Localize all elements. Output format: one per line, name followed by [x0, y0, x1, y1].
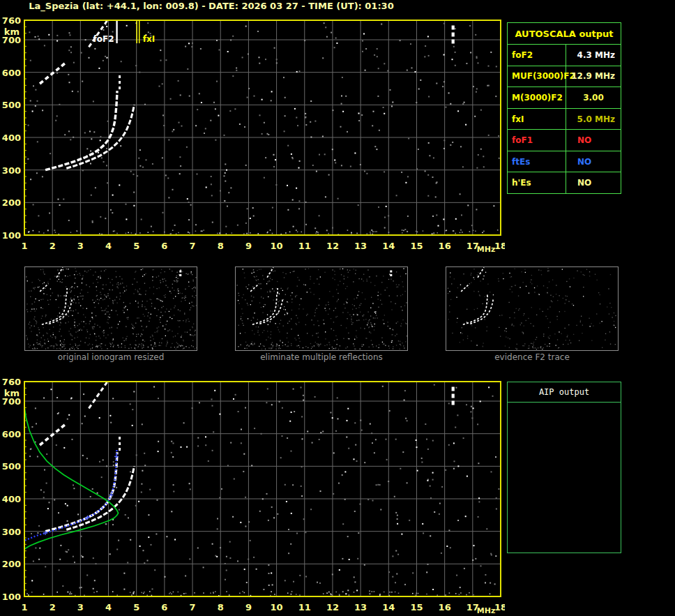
svg-text:500: 500: [2, 100, 21, 110]
svg-text:760: 760: [2, 15, 21, 26]
svg-text:400: 400: [2, 494, 21, 504]
svg-text:100: 100: [2, 230, 21, 241]
autoscala-param-label: M(3000)F2: [508, 87, 566, 108]
svg-text:6: 6: [161, 241, 167, 251]
svg-text:2: 2: [50, 602, 56, 613]
svg-text:3: 3: [77, 602, 84, 613]
svg-text:11: 11: [298, 241, 311, 251]
autoscala-row-fof1: foF1NO: [508, 130, 621, 151]
autoscala-param-value: NO: [566, 130, 621, 151]
thumbnail-original-ionogram: [24, 266, 197, 351]
autoscala-param-value: 5.0 MHz: [566, 109, 621, 130]
svg-text:4: 4: [105, 602, 112, 613]
svg-text:100: 100: [2, 592, 21, 602]
autoscala-param-value: 3.00: [566, 87, 621, 108]
svg-text:1: 1: [21, 602, 27, 613]
svg-text:km: km: [4, 27, 20, 37]
aip-output-table: AIP output: [507, 382, 621, 553]
bottom-ionogram-chart: 123456789101112131415161718MHz7607006005…: [0, 375, 505, 616]
autoscala-param-label: ftEs: [508, 151, 566, 172]
svg-text:4: 4: [105, 241, 112, 251]
svg-text:12: 12: [326, 602, 339, 613]
thumbnail-caption-eliminate: eliminate multiple reflections: [235, 352, 408, 362]
aip-table-title: AIP output: [508, 382, 621, 403]
svg-text:760: 760: [2, 377, 21, 387]
autoscala-param-label: foF2: [508, 45, 566, 66]
autoscala-app-screen: La_Spezia (lat: +44.1, lon: 009.8) - DAT…: [0, 0, 675, 616]
autoscala-param-label: fxI: [508, 109, 566, 130]
svg-text:16: 16: [439, 241, 451, 251]
svg-text:18: 18: [494, 241, 505, 251]
page-title: La_Spezia (lat: +44.1, lon: 009.8) - DAT…: [0, 1, 423, 11]
autoscala-param-value: 4.3 MHz: [566, 45, 621, 66]
svg-text:1: 1: [21, 241, 27, 251]
svg-text:MHz: MHz: [477, 606, 496, 615]
svg-text:600: 600: [2, 429, 21, 440]
svg-text:13: 13: [354, 602, 367, 613]
svg-text:9: 9: [245, 602, 252, 613]
svg-text:5: 5: [133, 241, 139, 251]
svg-text:8: 8: [218, 241, 224, 251]
svg-text:8: 8: [218, 602, 224, 613]
top-ionogram-chart: foF2fxI123456789101112131415161718MHz760…: [0, 14, 505, 255]
svg-text:9: 9: [245, 241, 252, 251]
autoscala-row-fof2: foF24.3 MHz: [508, 45, 621, 66]
svg-text:16: 16: [439, 602, 451, 613]
autoscala-param-label: h'Es: [508, 172, 566, 193]
autoscala-row-ftes: ftEsNO: [508, 151, 621, 173]
thumbnail-caption-original: original ionogram resized: [24, 352, 197, 362]
svg-text:300: 300: [2, 165, 21, 176]
thumbnail-evidence-f2-trace: [446, 266, 619, 351]
svg-text:km: km: [4, 388, 20, 398]
autoscala-table-body: foF24.3 MHzMUF(3000)F212.9 MHzM(3000)F23…: [508, 45, 621, 193]
svg-text:300: 300: [2, 527, 21, 537]
svg-text:MHz: MHz: [477, 245, 496, 254]
thumbnail-eliminate-reflections: [235, 266, 408, 351]
svg-text:18: 18: [494, 602, 505, 613]
svg-text:500: 500: [2, 461, 21, 472]
autoscala-output-table: AUTOSCALA output foF24.3 MHzMUF(3000)F21…: [507, 22, 621, 194]
svg-text:600: 600: [2, 68, 21, 78]
autoscala-param-label: MUF(3000)F2: [508, 66, 566, 87]
svg-text:13: 13: [354, 241, 367, 251]
svg-text:200: 200: [2, 197, 21, 208]
aip-table-body: [508, 403, 621, 405]
thumbnail-caption-evidence: evidence F2 trace: [446, 352, 619, 362]
svg-text:14: 14: [382, 602, 395, 613]
svg-text:3: 3: [77, 241, 84, 251]
autoscala-table-title: AUTOSCALA output: [508, 23, 621, 45]
autoscala-row-muf3000f2: MUF(3000)F212.9 MHz: [508, 66, 621, 88]
autoscala-param-value: NO: [566, 151, 621, 172]
svg-text:10: 10: [271, 602, 283, 613]
svg-text:12: 12: [326, 241, 339, 251]
autoscala-row-hes: h'EsNO: [508, 172, 621, 193]
svg-text:2: 2: [50, 241, 56, 251]
svg-text:200: 200: [2, 559, 21, 569]
svg-text:7: 7: [190, 602, 196, 613]
svg-text:11: 11: [298, 602, 311, 613]
autoscala-row-m3000f2: M(3000)F23.00: [508, 87, 621, 109]
svg-text:15: 15: [410, 602, 423, 613]
autoscala-param-value: 12.9 MHz: [566, 66, 621, 87]
svg-text:15: 15: [410, 241, 423, 251]
svg-text:14: 14: [382, 241, 395, 251]
svg-text:6: 6: [161, 602, 167, 613]
autoscala-row-fxi: fxI5.0 MHz: [508, 109, 621, 130]
autoscala-param-label: foF1: [508, 130, 566, 151]
svg-text:400: 400: [2, 133, 21, 143]
svg-text:fxI: fxI: [143, 34, 155, 44]
svg-text:foF2: foF2: [93, 34, 114, 44]
svg-text:10: 10: [271, 241, 283, 251]
autoscala-param-value: NO: [566, 172, 621, 193]
svg-text:7: 7: [190, 241, 196, 251]
svg-text:5: 5: [133, 602, 139, 613]
